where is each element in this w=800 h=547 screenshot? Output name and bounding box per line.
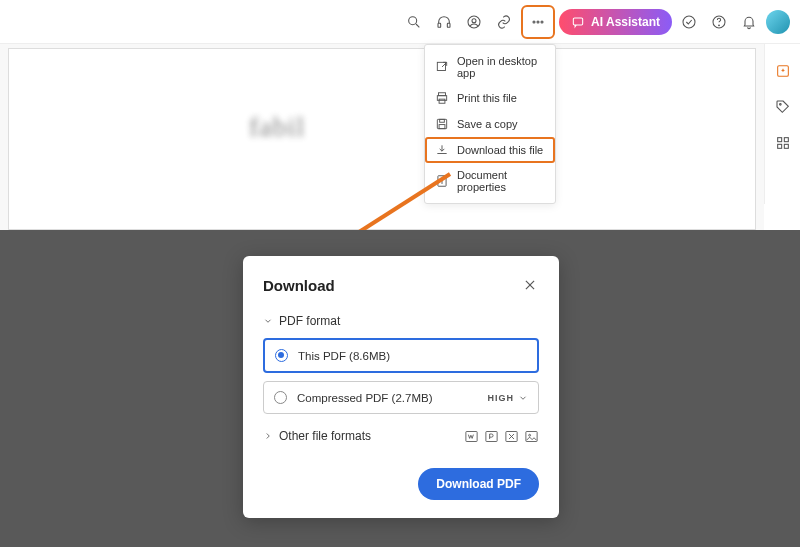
- close-icon[interactable]: [521, 276, 539, 294]
- other-formats-label: Other file formats: [279, 429, 371, 443]
- menu-print[interactable]: Print this file: [425, 85, 555, 111]
- chevron-down-icon: [518, 393, 528, 403]
- svg-rect-33: [485, 431, 496, 441]
- svg-point-36: [528, 434, 530, 436]
- download-pdf-button[interactable]: Download PDF: [418, 468, 539, 500]
- option-this-pdf[interactable]: This PDF (8.6MB): [263, 338, 539, 373]
- info-icon: [435, 174, 449, 188]
- svg-point-6: [533, 21, 535, 23]
- document-page[interactable]: fabil: [8, 48, 756, 230]
- menu-open-desktop-label: Open in desktop app: [457, 55, 545, 79]
- svg-point-7: [537, 21, 539, 23]
- download-dialog: Download PDF format This PDF (8.6MB) Com…: [243, 256, 559, 518]
- dialog-header: Download: [263, 276, 539, 294]
- svg-rect-22: [439, 99, 445, 103]
- svg-point-12: [719, 24, 720, 25]
- svg-point-10: [683, 16, 695, 28]
- more-button-highlight: [521, 5, 555, 39]
- help-icon[interactable]: [706, 9, 732, 35]
- download-pdf-button-label: Download PDF: [436, 477, 521, 491]
- option-compressed-pdf-label: Compressed PDF (2.7MB): [297, 392, 432, 404]
- bell-icon[interactable]: [736, 9, 762, 35]
- option-this-pdf-label: This PDF (8.6MB): [298, 350, 390, 362]
- sparkle-panel-icon[interactable]: [774, 62, 792, 80]
- powerpoint-icon: [483, 428, 499, 444]
- quality-label: HIGH: [488, 393, 515, 403]
- ai-assistant-button[interactable]: AI Assistant: [559, 9, 672, 35]
- save-icon: [435, 117, 449, 131]
- option-compressed-pdf[interactable]: Compressed PDF (2.7MB) HIGH: [263, 381, 539, 414]
- search-icon[interactable]: [401, 9, 427, 35]
- dialog-title: Download: [263, 277, 335, 294]
- svg-rect-35: [525, 431, 536, 441]
- signature-text: fabil: [249, 111, 305, 143]
- svg-point-8: [541, 21, 543, 23]
- svg-rect-25: [439, 125, 445, 129]
- menu-save-copy[interactable]: Save a copy: [425, 111, 555, 137]
- ai-assistant-label: AI Assistant: [591, 15, 660, 29]
- svg-rect-17: [777, 144, 781, 148]
- svg-rect-3: [447, 23, 450, 27]
- svg-rect-16: [784, 138, 788, 142]
- svg-rect-24: [440, 119, 445, 122]
- download-icon: [435, 143, 449, 157]
- document-viewport: fabil: [0, 44, 764, 230]
- checkmark-circle-icon[interactable]: [676, 9, 702, 35]
- menu-save-copy-label: Save a copy: [457, 118, 518, 130]
- pdf-format-section-header[interactable]: PDF format: [263, 314, 539, 328]
- menu-download[interactable]: Download this file: [425, 137, 555, 163]
- radio-this-pdf[interactable]: [275, 349, 288, 362]
- image-icon: [523, 428, 539, 444]
- format-icons: [463, 428, 539, 444]
- svg-rect-18: [784, 144, 788, 148]
- link-icon[interactable]: [491, 9, 517, 35]
- svg-point-5: [472, 18, 476, 22]
- menu-properties-label: Document properties: [457, 169, 545, 193]
- quality-selector[interactable]: HIGH: [488, 393, 529, 403]
- more-icon[interactable]: [525, 9, 551, 35]
- more-dropdown-menu: Open in desktop app Print this file Save…: [424, 44, 556, 204]
- user-circle-icon[interactable]: [461, 9, 487, 35]
- printer-icon: [435, 91, 449, 105]
- menu-open-desktop[interactable]: Open in desktop app: [425, 49, 555, 85]
- excel-icon: [503, 428, 519, 444]
- chevron-right-icon: [263, 431, 273, 441]
- chat-sparkle-icon: [571, 15, 585, 29]
- svg-rect-9: [573, 17, 582, 24]
- tag-icon[interactable]: [774, 98, 792, 116]
- apps-grid-icon[interactable]: [774, 134, 792, 152]
- other-formats-section-header[interactable]: Other file formats: [263, 428, 539, 444]
- svg-rect-15: [777, 138, 781, 142]
- svg-point-0: [409, 16, 417, 24]
- menu-download-label: Download this file: [457, 144, 543, 156]
- dialog-footer: Download PDF: [263, 468, 539, 500]
- avatar[interactable]: [766, 10, 790, 34]
- menu-properties[interactable]: Document properties: [425, 163, 555, 199]
- svg-point-27: [442, 179, 443, 180]
- svg-rect-2: [438, 23, 441, 27]
- chevron-down-icon: [263, 316, 273, 326]
- svg-rect-19: [437, 62, 445, 70]
- top-toolbar: AI Assistant: [0, 0, 800, 44]
- svg-point-14: [779, 104, 781, 106]
- word-icon: [463, 428, 479, 444]
- open-external-icon: [435, 60, 449, 74]
- svg-line-1: [416, 24, 419, 27]
- headphones-icon[interactable]: [431, 9, 457, 35]
- pdf-format-label: PDF format: [279, 314, 340, 328]
- right-rail: [764, 44, 800, 204]
- menu-print-label: Print this file: [457, 92, 517, 104]
- radio-compressed-pdf[interactable]: [274, 391, 287, 404]
